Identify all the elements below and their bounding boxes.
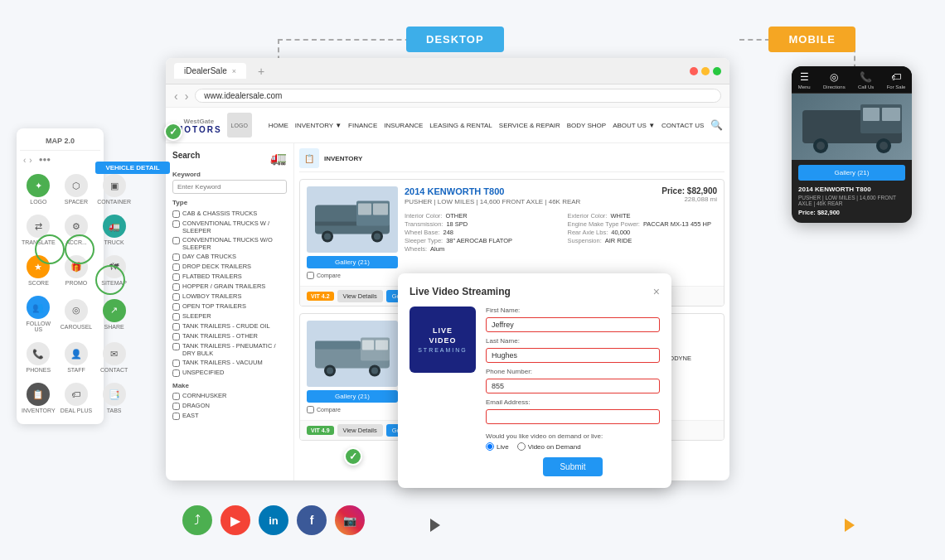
lvs-submit-button[interactable]: Submit	[543, 457, 602, 476]
search-type-cab-chassis-check[interactable]	[172, 210, 180, 218]
search-type-daycab-check[interactable]	[172, 253, 180, 261]
search-type-tank-crude[interactable]: TANK TRAILERS - CRUDE OIL	[172, 322, 287, 331]
search-type-lowboy-check[interactable]	[172, 293, 180, 301]
search-type-sleeper-check[interactable]	[172, 313, 180, 321]
cms-item-followus[interactable]: 👥 FOLLOW US	[20, 292, 57, 336]
search-type-sleeper[interactable]: SLEEPER	[172, 312, 287, 321]
search-type-conv-wo-sleeper[interactable]: CONVENTIONAL TRUCKS W/O SLEEPER	[172, 236, 287, 251]
social-share-button[interactable]: ⤴	[182, 505, 212, 535]
dealer-nav-home[interactable]: HOME	[269, 122, 288, 129]
lvs-option-live[interactable]: Live	[486, 442, 509, 451]
mobile-gallery-btn[interactable]: Gallery (21)	[798, 165, 905, 181]
search-make-cornhusker-check[interactable]	[172, 393, 180, 400]
dealer-nav-inventory[interactable]: INVENTORY ▼	[295, 122, 342, 129]
social-linkedin-button[interactable]: in	[259, 505, 288, 535]
social-facebook-button[interactable]: f	[297, 505, 327, 535]
mobile-nav-forsale[interactable]: 🏷 For Sale	[887, 71, 906, 89]
search-type-flatbed[interactable]: FLATBED TRAILERS	[172, 273, 287, 281]
search-type-dropdeck[interactable]: DROP DECK TRAILERS	[172, 263, 287, 271]
search-type-tank-vacuum[interactable]: TANK TRAILERS - VACUUM	[172, 359, 287, 367]
cms-item-phones[interactable]: 📞 PHONES	[20, 338, 57, 377]
search-type-hopper-check[interactable]	[172, 283, 180, 291]
dealer-nav-contact[interactable]: CONTACT US	[662, 122, 704, 129]
search-type-tank-pneumatic-check[interactable]	[172, 343, 180, 350]
search-type-lowboy[interactable]: LOWBOY TRAILERS	[172, 292, 287, 301]
cms-item-tabs[interactable]: 📑 TABS	[95, 379, 133, 418]
search-type-dropdeck-check[interactable]	[172, 263, 180, 271]
cms-item-staff[interactable]: 👤 STAFF	[59, 338, 94, 377]
cms-item-contact[interactable]: ✉ CONTACT	[95, 338, 133, 377]
search-type-cab-chassis[interactable]: CAB & CHASSIS TRUCKS	[172, 210, 287, 218]
search-type-tank-crude-check[interactable]	[172, 323, 180, 331]
dealer-nav-bodyshop[interactable]: BODY SHOP	[567, 122, 606, 129]
mobile-nav-callus[interactable]: 📞 Call Us	[858, 71, 874, 89]
browser-tab-close-icon[interactable]: ×	[232, 67, 236, 75]
search-type-daycab[interactable]: DAY CAB TRUCKS	[172, 253, 287, 261]
search-make-dragon[interactable]: DRAGON	[172, 402, 287, 410]
lvs-radio-live[interactable]	[486, 442, 494, 451]
search-make-east[interactable]: EAST	[172, 412, 287, 420]
cms-item-logo[interactable]: ✦ LOGO	[20, 170, 57, 209]
vehicle-compare-t800[interactable]: Compare	[307, 272, 398, 279]
dealer-nav-insurance[interactable]: INSURANCE	[384, 122, 423, 129]
search-type-conv-w-sleeper[interactable]: CONVENTIONAL TRUCKS W / SLEEPER	[172, 220, 287, 234]
lvs-lastname-input[interactable]	[486, 348, 660, 363]
lvs-modal-close-button[interactable]: ×	[653, 285, 660, 298]
browser-tab[interactable]: iDealerSale ×	[174, 63, 246, 79]
vehicle-gallery-btn-t800[interactable]: Gallery (21)	[307, 256, 398, 268]
vehicle-compare-check-t680[interactable]	[307, 406, 314, 413]
vehicle-compare-check-t800[interactable]	[307, 272, 314, 279]
search-type-tank-other-check[interactable]	[172, 333, 180, 340]
dealer-nav-service[interactable]: SERVICE & REPAIR	[499, 122, 560, 129]
cms-nav-forward[interactable]: ›	[29, 156, 32, 165]
cms-item-container1[interactable]: ▣ CONTAINER	[95, 170, 133, 209]
search-keyword-input[interactable]	[172, 180, 287, 194]
search-type-tank-other[interactable]: TANK TRAILERS - OTHER	[172, 332, 287, 340]
search-type-tank-pneumatic[interactable]: TANK TRAILERS - PNEUMATIC / DRY BULK	[172, 342, 287, 357]
search-make-cornhusker[interactable]: CORNHUSKER	[172, 392, 287, 400]
view-details-btn-t800[interactable]: View Details	[337, 290, 383, 302]
dealer-search-icon[interactable]: 🔍	[710, 119, 723, 131]
cms-item-share[interactable]: ↗ SHARE	[95, 292, 133, 336]
lvs-email-input[interactable]	[486, 409, 660, 424]
cms-item-inventory[interactable]: 📋 INVENTORY	[20, 379, 57, 418]
view-details-btn-t680[interactable]: View Details	[337, 424, 383, 437]
search-type-conv-wo-sleeper-check[interactable]	[172, 237, 180, 244]
search-make-east-check[interactable]	[172, 413, 180, 420]
browser-url-field[interactable]: www.idealersale.com	[195, 89, 721, 103]
lvs-option-vod[interactable]: Video on Demand	[517, 442, 581, 451]
cms-item-accr[interactable]: ⚙ ACCR...	[59, 210, 94, 249]
cms-item-dealplus[interactable]: 🏷 DEAL PLUS	[59, 379, 94, 418]
mobile-nav-menu[interactable]: ☰ Menu	[798, 71, 811, 89]
search-type-tank-vacuum-check[interactable]	[172, 360, 180, 367]
browser-new-tab-button[interactable]: +	[253, 65, 269, 78]
cms-item-truck[interactable]: 🚛 TRUCK	[95, 210, 133, 249]
lvs-radio-vod[interactable]	[517, 442, 526, 451]
cms-item-spacer[interactable]: ⬡ SPACER	[59, 170, 94, 209]
search-type-unspecified-check[interactable]	[172, 369, 180, 377]
vehicle-compare-t680[interactable]: Compare	[307, 406, 398, 413]
search-type-conv-w-sleeper-check[interactable]	[172, 220, 180, 228]
dealer-nav-about[interactable]: ABOUT US ▼	[613, 122, 655, 129]
dealer-nav-finance[interactable]: FINANCE	[348, 122, 377, 129]
cms-item-carousel[interactable]: ◎ CAROUSEL	[59, 292, 94, 336]
cms-item-translate[interactable]: ⇄ TRANSLATE	[20, 210, 57, 249]
search-type-opentop-check[interactable]	[172, 303, 180, 311]
vehicle-gallery-btn-t680[interactable]: Gallery (21)	[307, 390, 398, 403]
social-instagram-button[interactable]: 📷	[335, 505, 365, 535]
search-type-unspecified[interactable]: UNSPECIFIED	[172, 369, 287, 377]
cms-item-sitemap[interactable]: 🗺 SITEMAP	[95, 251, 133, 290]
search-type-opentop[interactable]: OPEN TOP TRAILERS	[172, 302, 287, 311]
dealer-nav-leasing[interactable]: LEASING & RENTAL	[429, 122, 492, 129]
browser-forward-button[interactable]: ›	[185, 89, 189, 103]
social-youtube-button[interactable]: ▶	[220, 505, 250, 535]
search-type-flatbed-check[interactable]	[172, 273, 180, 281]
cms-item-score[interactable]: ★ SCORE	[20, 251, 57, 290]
lvs-phone-input[interactable]	[486, 379, 660, 393]
search-make-dragon-check[interactable]	[172, 403, 180, 410]
browser-back-button[interactable]: ‹	[174, 89, 178, 103]
cms-item-promo[interactable]: 🎁 PROMO	[59, 251, 94, 290]
search-type-hopper[interactable]: HOPPER / GRAIN TRAILERS	[172, 282, 287, 291]
lvs-firstname-input[interactable]	[486, 317, 660, 332]
cms-nav-back[interactable]: ‹	[23, 156, 26, 165]
